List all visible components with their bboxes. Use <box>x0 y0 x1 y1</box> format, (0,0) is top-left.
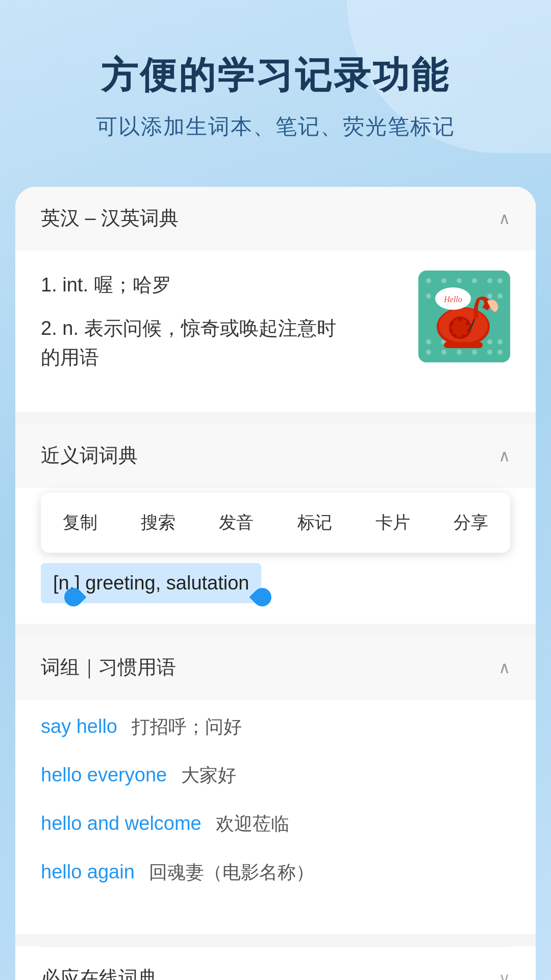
main-card: 英汉 – 汉英词典 ∧ 1. int. 喔；哈罗 2. n. 表示问候，惊奇或唤… <box>15 187 536 980</box>
svg-point-4 <box>472 278 477 283</box>
svg-point-26 <box>466 322 469 325</box>
def-1-pos: int. <box>62 274 88 296</box>
svg-point-15 <box>426 350 431 355</box>
biying-section: 必应在线词典 ∨ <box>15 946 536 980</box>
context-menu-search[interactable]: 搜索 <box>119 503 197 543</box>
svg-point-28 <box>462 334 465 337</box>
biying-chevron-down-icon: ∨ <box>498 969 510 981</box>
svg-text:Hello: Hello <box>443 295 462 304</box>
svg-point-31 <box>450 322 454 325</box>
svg-rect-35 <box>444 342 483 348</box>
svg-point-6 <box>497 278 503 283</box>
svg-point-11 <box>426 339 431 345</box>
synonym-dict-section: 近义词词典 ∧ 复制 搜索 发音 标记 卡片 分享 [n.] greeting,… <box>15 424 536 624</box>
svg-point-5 <box>487 278 492 283</box>
svg-point-29 <box>454 334 457 337</box>
def-2-number: 2. <box>41 317 62 339</box>
def-2-text: 表示问候，惊奇或唤起注意时的用语 <box>41 317 336 368</box>
svg-point-16 <box>441 350 446 355</box>
phrase-3-en[interactable]: hello and welcome <box>41 813 202 835</box>
phrases-header[interactable]: 词组｜习惯用语 ∧ <box>15 636 536 699</box>
phrase-1-zh: 打招呼；问好 <box>132 715 242 740</box>
selected-text-container: [n.] greeting, salutation <box>15 553 536 624</box>
english-chinese-dict-section: 英汉 – 汉英词典 ∧ 1. int. 喔；哈罗 2. n. 表示问候，惊奇或唤… <box>15 187 536 412</box>
context-menu-pronounce[interactable]: 发音 <box>197 503 276 543</box>
svg-point-7 <box>426 293 431 299</box>
context-menu-mark[interactable]: 标记 <box>276 503 354 543</box>
definition-1: 1. int. 喔；哈罗 <box>41 271 403 300</box>
def-1-text: 喔；哈罗 <box>94 274 171 296</box>
context-menu: 复制 搜索 发音 标记 卡片 分享 <box>41 493 510 553</box>
phrase-4-en[interactable]: hello again <box>41 861 135 883</box>
context-menu-card[interactable]: 卡片 <box>354 503 432 543</box>
page-subtitle: 可以添加生词本、笔记、荧光笔标记 <box>41 112 510 141</box>
context-menu-share[interactable]: 分享 <box>432 503 510 543</box>
page-title: 方便的学习记录功能 <box>41 51 510 100</box>
svg-point-30 <box>449 329 453 332</box>
phrase-4-zh: 回魂妻（电影名称） <box>149 860 314 885</box>
phrases-title: 词组｜习惯用语 <box>41 654 176 680</box>
svg-point-25 <box>459 318 462 321</box>
phrases-chevron-up-icon: ∧ <box>498 658 510 677</box>
phrase-row-3: hello and welcome 欢迎莅临 <box>41 812 510 837</box>
svg-point-2 <box>441 278 446 283</box>
synonym-dict-header[interactable]: 近义词词典 ∧ <box>15 424 536 487</box>
svg-point-13 <box>487 339 492 345</box>
phrase-3-zh: 欢迎莅临 <box>216 812 289 837</box>
def-2-pos: n. <box>62 317 79 339</box>
svg-point-9 <box>487 293 492 299</box>
biying-header[interactable]: 必应在线词典 ∨ <box>15 947 536 980</box>
context-menu-copy[interactable]: 复制 <box>41 503 119 543</box>
svg-point-1 <box>426 278 431 283</box>
definitions-list: 1. int. 喔；哈罗 2. n. 表示问候，惊奇或唤起注意时的用语 <box>41 271 403 386</box>
svg-point-18 <box>472 350 477 355</box>
hello-illustration: Hello <box>418 271 510 362</box>
biying-title: 必应在线词典 <box>41 965 157 980</box>
english-chinese-dict-title: 英汉 – 汉英词典 <box>41 205 179 231</box>
phrase-2-zh: 大家好 <box>181 763 236 788</box>
header-section: 方便的学习记录功能 可以添加生词本、笔记、荧光笔标记 <box>0 0 551 172</box>
definition-2: 2. n. 表示问候，惊奇或唤起注意时的用语 <box>41 314 403 372</box>
dict-content: 1. int. 喔；哈罗 2. n. 表示问候，惊奇或唤起注意时的用语 <box>15 250 536 412</box>
phrase-1-en[interactable]: say hello <box>41 716 117 738</box>
synonym-dict-title: 近义词词典 <box>41 443 138 469</box>
svg-point-20 <box>497 350 503 355</box>
phrase-2-en[interactable]: hello everyone <box>41 764 167 786</box>
svg-point-19 <box>487 350 492 355</box>
phrase-row-2: hello everyone 大家好 <box>41 763 510 788</box>
svg-point-24 <box>451 318 469 337</box>
phrases-section: 词组｜习惯用语 ∧ say hello 打招呼；问好 hello everyon… <box>15 636 536 934</box>
svg-point-3 <box>457 278 462 283</box>
chevron-up-icon: ∧ <box>498 209 510 228</box>
phrase-row-1: say hello 打招呼；问好 <box>41 715 510 740</box>
def-1-number: 1. <box>41 274 62 296</box>
synonym-chevron-up-icon: ∧ <box>498 446 510 465</box>
phrases-content: say hello 打招呼；问好 hello everyone 大家好 hell… <box>15 699 536 934</box>
english-chinese-dict-header[interactable]: 英汉 – 汉英词典 ∧ <box>15 187 536 250</box>
svg-point-14 <box>497 339 503 345</box>
svg-point-10 <box>497 293 503 299</box>
svg-point-17 <box>457 350 462 355</box>
phrase-row-4: hello again 回魂妻（电影名称） <box>41 860 510 885</box>
